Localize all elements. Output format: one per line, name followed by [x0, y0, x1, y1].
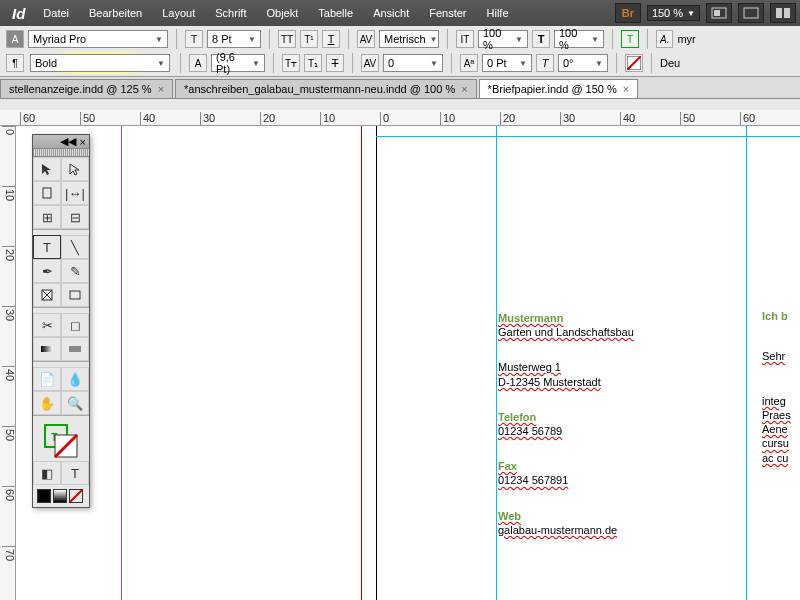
language-label: Deu — [660, 57, 680, 69]
direct-selection-tool[interactable] — [61, 157, 89, 181]
tab-briefpapier[interactable]: *Briefpapier.indd @ 150 %× — [479, 79, 639, 98]
panel-header[interactable]: ◀◀× — [33, 135, 89, 149]
underline-icon[interactable]: T — [322, 30, 340, 48]
close-icon[interactable]: × — [158, 83, 164, 95]
formatting-container-icon[interactable]: ◧ — [33, 461, 61, 485]
svg-rect-12 — [41, 346, 53, 352]
paragraph-mode-icon[interactable]: ¶ — [6, 54, 24, 72]
tab-anschreiben[interactable]: *anschreiben_galabau_mustermann-neu.indd… — [175, 79, 477, 98]
apply-none-swatch[interactable] — [69, 489, 83, 503]
company-heading: Mustermann — [498, 311, 738, 325]
city-text: D-12345 Musterstadt — [498, 375, 738, 389]
panel-grip[interactable] — [33, 149, 89, 157]
bridge-button[interactable]: Br — [615, 3, 641, 23]
menu-hilfe[interactable]: Hilfe — [477, 7, 519, 19]
superscript-icon[interactable]: T¹ — [300, 30, 318, 48]
charcolor-icon[interactable]: T — [621, 30, 639, 48]
smallcaps-icon[interactable]: Tᴛ — [282, 54, 300, 72]
pencil-tool[interactable]: ✎ — [61, 259, 89, 283]
allcaps-icon[interactable]: TT — [278, 30, 296, 48]
hscale-dropdown[interactable]: 100 %▼ — [554, 30, 604, 48]
fill-stroke-proxy[interactable]: T — [33, 421, 89, 461]
side-title: Ich b — [762, 309, 791, 323]
svg-rect-2 — [744, 8, 758, 18]
charstyle-hint: myr — [677, 33, 695, 45]
tracking-icon: AV — [361, 54, 379, 72]
web-text: galabau-mustermann.de — [498, 523, 738, 537]
menu-layout[interactable]: Layout — [152, 7, 205, 19]
skew-dropdown[interactable]: 0°▼ — [558, 54, 608, 72]
app-logo: Id — [4, 5, 33, 22]
formatting-text-icon[interactable]: T — [61, 461, 89, 485]
menu-ansicht[interactable]: Ansicht — [363, 7, 419, 19]
subscript-icon[interactable]: T₁ — [304, 54, 322, 72]
menu-tabelle[interactable]: Tabelle — [308, 7, 363, 19]
pen-tool[interactable]: ✒ — [33, 259, 61, 283]
document-canvas[interactable]: Mustermann Garten und Landschaftsbau Mus… — [16, 126, 800, 600]
vscale-dropdown[interactable]: 100 %▼ — [478, 30, 528, 48]
kerning-dropdown[interactable]: Metrisch▼ — [379, 30, 439, 48]
font-size-dropdown[interactable]: 8 Pt▼ — [207, 30, 261, 48]
zoom-tool[interactable]: 🔍 — [61, 391, 89, 415]
type-tool[interactable]: T — [33, 235, 61, 259]
screen-mode-button[interactable] — [738, 3, 764, 23]
skew-icon: T — [536, 54, 554, 72]
font-style-dropdown[interactable]: Bold▼ — [30, 54, 170, 72]
content-collector-tool[interactable]: ⊞ — [33, 205, 61, 229]
baseline-dropdown[interactable]: 0 Pt▼ — [482, 54, 532, 72]
close-icon[interactable]: × — [623, 83, 629, 95]
fax-text: 01234 567891 — [498, 473, 738, 487]
font-family-dropdown[interactable]: Myriad Pro▼ — [28, 30, 168, 48]
collapse-icon[interactable]: ◀◀ — [60, 135, 76, 148]
svg-rect-3 — [776, 8, 782, 18]
free-transform-tool[interactable]: ◻ — [61, 313, 89, 337]
svg-rect-7 — [43, 188, 51, 198]
scissors-tool[interactable]: ✂ — [33, 313, 61, 337]
character-mode-icon[interactable]: A — [6, 30, 24, 48]
baseline-icon: Aª — [460, 54, 478, 72]
vertical-ruler[interactable]: 0 10 20 30 40 50 60 70 — [0, 126, 16, 600]
hand-tool[interactable]: ✋ — [33, 391, 61, 415]
close-icon[interactable]: × — [461, 83, 467, 95]
street-text: Musterweg 1 — [498, 360, 738, 374]
tracking-dropdown[interactable]: 0▼ — [383, 54, 443, 72]
leading-icon: A — [189, 54, 207, 72]
subtitle-text: Garten und Landschaftsbau — [498, 325, 738, 339]
side-textblock[interactable]: Ich b Sehr integ Praes Aene cursu ac cu — [762, 309, 791, 465]
hscale-icon: T — [532, 30, 550, 48]
menu-objekt[interactable]: Objekt — [256, 7, 308, 19]
apply-gradient-swatch[interactable] — [53, 489, 67, 503]
vscale-icon: IT — [456, 30, 474, 48]
eyedropper-tool[interactable]: 💧 — [61, 367, 89, 391]
menu-fenster[interactable]: Fenster — [419, 7, 476, 19]
rectangle-tool[interactable] — [61, 283, 89, 307]
horizontal-ruler[interactable]: 60 50 40 30 20 10 0 10 20 30 40 50 60 70 — [0, 110, 800, 126]
gradient-feather-tool[interactable] — [61, 337, 89, 361]
view-mode-button[interactable] — [706, 3, 732, 23]
zoom-dropdown[interactable]: 150 %▼ — [647, 5, 700, 21]
rectangle-frame-tool[interactable] — [33, 283, 61, 307]
apply-color-swatch[interactable] — [37, 489, 51, 503]
gradient-swatch-tool[interactable] — [33, 337, 61, 361]
note-tool[interactable]: 📄 — [33, 367, 61, 391]
line-tool[interactable]: ╲ — [61, 235, 89, 259]
gap-tool[interactable]: |↔| — [61, 181, 89, 205]
close-icon[interactable]: × — [80, 136, 86, 148]
tools-panel[interactable]: ◀◀× |↔| ⊞ ⊟ T ╲ ✒ ✎ ✂ ◻ 📄 💧 ✋ 🔍 T ◧ T — [32, 134, 90, 508]
menu-bearbeiten[interactable]: Bearbeiten — [79, 7, 152, 19]
content-placer-tool[interactable]: ⊟ — [61, 205, 89, 229]
phone-text: 01234 56789 — [498, 424, 738, 438]
nofill-icon[interactable] — [625, 54, 643, 72]
svg-rect-11 — [70, 291, 80, 299]
arrange-button[interactable] — [770, 3, 796, 23]
document-tabbar: stellenanzeige.indd @ 125 %× *anschreibe… — [0, 77, 800, 99]
strike-icon[interactable]: T — [326, 54, 344, 72]
page-tool[interactable] — [33, 181, 61, 205]
leading-dropdown[interactable]: (9,6 Pt)▼ — [211, 54, 265, 72]
menu-datei[interactable]: Datei — [33, 7, 79, 19]
selection-tool[interactable] — [33, 157, 61, 181]
tab-stellenanzeige[interactable]: stellenanzeige.indd @ 125 %× — [0, 79, 173, 98]
menu-schrift[interactable]: Schrift — [205, 7, 256, 19]
menubar: Id Datei Bearbeiten Layout Schrift Objek… — [0, 0, 800, 26]
address-block[interactable]: Mustermann Garten und Landschaftsbau Mus… — [498, 311, 738, 537]
